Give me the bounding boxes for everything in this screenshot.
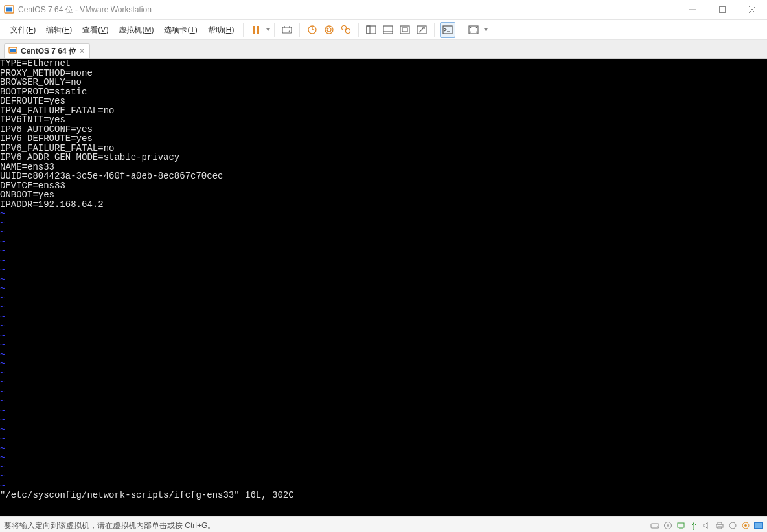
snapshot-manager-button[interactable] <box>339 23 353 37</box>
window-minimize-button[interactable] <box>678 0 707 19</box>
svg-rect-1 <box>6 8 12 12</box>
svg-point-28 <box>667 525 669 526</box>
svg-rect-6 <box>253 26 255 34</box>
separator <box>434 23 435 37</box>
vm-console-terminal[interactable]: TYPE=Ethernet PROXY_METHOD=none BROWSER_… <box>0 59 767 516</box>
input-grabbed-icon[interactable] <box>753 520 764 531</box>
pause-button[interactable] <box>249 23 263 37</box>
svg-rect-38 <box>755 523 762 528</box>
separator <box>461 23 461 37</box>
svg-point-10 <box>325 26 333 34</box>
svg-rect-14 <box>367 26 370 34</box>
svg-point-12 <box>346 29 350 34</box>
harddisk-icon[interactable] <box>649 520 661 531</box>
revert-snapshot-button[interactable] <box>322 23 336 37</box>
svg-point-30 <box>693 529 694 530</box>
menu-edit[interactable]: 编辑(E) <box>41 22 77 38</box>
svg-rect-25 <box>651 524 659 528</box>
sound-icon[interactable] <box>701 520 713 531</box>
svg-rect-29 <box>678 523 684 527</box>
svg-rect-13 <box>367 26 376 34</box>
view-single-window-button[interactable] <box>364 23 378 37</box>
svg-point-27 <box>665 522 672 529</box>
svg-point-36 <box>744 524 747 527</box>
view-unity-button[interactable] <box>415 23 429 37</box>
vm-tab-icon <box>8 46 17 57</box>
window-maximize-button[interactable] <box>707 0 737 19</box>
status-hint-text: 要将输入定向到该虚拟机，请在虚拟机内部单击或按 Ctrl+G。 <box>4 520 215 531</box>
tab-strip: CentOS 7 64 位 × <box>0 40 767 59</box>
svg-rect-32 <box>718 522 722 524</box>
enter-fullscreen-button[interactable] <box>466 23 481 37</box>
menu-help[interactable]: 帮助(H) <box>203 22 240 38</box>
svg-point-11 <box>342 26 347 30</box>
svg-rect-3 <box>720 7 726 13</box>
vmware-app-icon <box>4 5 14 15</box>
svg-rect-18 <box>402 28 407 32</box>
separator <box>358 23 359 37</box>
cd-icon[interactable] <box>662 520 674 531</box>
svg-point-26 <box>657 526 658 527</box>
menu-file[interactable]: 文件(F) <box>5 22 41 38</box>
separator <box>299 23 300 37</box>
svg-rect-17 <box>400 26 409 34</box>
separator <box>243 23 244 37</box>
menu-tabs[interactable]: 选项卡(T) <box>159 22 202 38</box>
pause-dropdown-icon[interactable] <box>266 28 270 31</box>
console-view-button[interactable] <box>440 22 455 38</box>
message-log-icon[interactable] <box>740 520 751 531</box>
display-icon[interactable] <box>727 520 738 531</box>
status-bar: 要将输入定向到该虚拟机，请在虚拟机内部单击或按 Ctrl+G。 <box>0 516 767 532</box>
usb-icon[interactable] <box>688 520 700 531</box>
svg-rect-20 <box>443 26 452 34</box>
fullscreen-dropdown-icon[interactable] <box>484 28 488 31</box>
svg-point-34 <box>729 522 736 529</box>
svg-rect-7 <box>257 26 259 34</box>
separator <box>274 23 275 37</box>
svg-rect-24 <box>10 49 16 52</box>
network-adapter-icon[interactable] <box>675 520 687 531</box>
title-bar: CentOS 7 64 位 - VMware Workstation <box>0 0 767 20</box>
svg-rect-15 <box>384 26 393 34</box>
vm-tab-centos[interactable]: CentOS 7 64 位 × <box>4 43 90 58</box>
menu-view[interactable]: 查看(V) <box>77 22 113 38</box>
menu-bar: 文件(F) 编辑(E) 查看(V) 虚拟机(M) 选项卡(T) 帮助(H) <box>0 20 767 40</box>
view-console-button[interactable] <box>381 23 395 37</box>
vm-tab-label: CentOS 7 64 位 <box>21 46 76 57</box>
view-quick-switch-button[interactable] <box>398 23 412 37</box>
printer-icon[interactable] <box>714 520 726 531</box>
take-snapshot-button[interactable] <box>305 23 319 37</box>
window-title: CentOS 7 64 位 - VMware Workstation <box>18 5 678 16</box>
menu-vm[interactable]: 虚拟机(M) <box>113 22 159 38</box>
close-icon[interactable]: × <box>80 47 84 55</box>
send-ctrl-alt-del-button[interactable] <box>280 23 294 37</box>
window-close-button[interactable] <box>737 0 767 19</box>
